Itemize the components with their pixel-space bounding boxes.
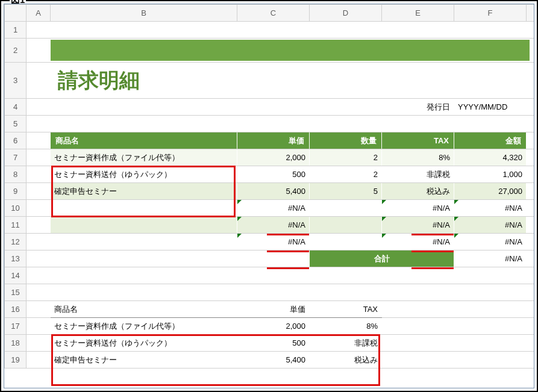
- row-header-9[interactable]: 9: [5, 183, 27, 200]
- lookup-cell-tax[interactable]: 8%: [310, 318, 382, 335]
- row-header-10[interactable]: 10: [5, 200, 27, 217]
- invoice-cell-amt-na[interactable]: #N/A: [454, 217, 527, 234]
- invoice-th-tax: TAX: [382, 132, 454, 149]
- row-header-5[interactable]: 5: [5, 116, 27, 132]
- row-header-6[interactable]: 6: [5, 132, 27, 149]
- invoice-cell-amt-na[interactable]: #N/A: [454, 200, 527, 217]
- lookup-cell-tax[interactable]: 税込み: [310, 352, 382, 369]
- invoice-total-label: 合計: [310, 250, 454, 267]
- lookup-cell-price[interactable]: 2,000: [237, 318, 310, 335]
- invoice-cell-qty[interactable]: 2: [310, 149, 382, 166]
- lookup-cell-name[interactable]: セミナー資料作成（ファイル代等）: [51, 318, 237, 335]
- invoice-cell-price[interactable]: 2,000: [237, 149, 310, 166]
- lookup-cell-price[interactable]: 500: [237, 335, 310, 352]
- spreadsheet-frame: A B C D E F G 1 2: [4, 4, 534, 388]
- invoice-cell-qty[interactable]: 2: [310, 166, 382, 183]
- row-header-12[interactable]: 12: [5, 234, 27, 250]
- select-all-corner[interactable]: [5, 5, 27, 22]
- invoice-cell-price[interactable]: 5,400: [237, 183, 310, 200]
- lookup-cell-name[interactable]: 確定申告セミナー: [51, 352, 237, 369]
- spreadsheet-grid: A B C D E F G 1 2: [4, 4, 534, 369]
- invoice-cell-amt[interactable]: 4,320: [454, 149, 527, 166]
- invoice-cell-price-na[interactable]: #N/A: [237, 200, 310, 217]
- row-header-4[interactable]: 4: [5, 99, 27, 116]
- issue-date-value: YYYY/MM/DD: [454, 99, 527, 116]
- invoice-total-value[interactable]: #N/A: [454, 250, 527, 267]
- invoice-cell-tax[interactable]: 税込み: [382, 183, 454, 200]
- invoice-cell-amt[interactable]: 1,000: [454, 166, 527, 183]
- invoice-th-name: 商品名: [51, 132, 237, 149]
- invoice-cell-name[interactable]: セミナー資料送付（ゆうパック）: [51, 166, 237, 183]
- col-header-F[interactable]: F: [454, 5, 527, 22]
- row-header-11[interactable]: 11: [5, 217, 27, 234]
- page-title: 請求明細: [54, 69, 140, 92]
- col-header-C[interactable]: C: [237, 5, 310, 22]
- invoice-th-amt: 金額: [454, 132, 526, 149]
- invoice-th-price: 単価: [237, 132, 309, 149]
- col-header-A[interactable]: A: [27, 5, 51, 22]
- row-header-17[interactable]: 17: [5, 318, 27, 335]
- lookup-cell-price[interactable]: 5,400: [237, 352, 310, 369]
- lookup-th-price: 単価: [237, 301, 310, 318]
- lookup-th-name: 商品名: [51, 301, 237, 318]
- row-header-19[interactable]: 19: [5, 352, 27, 369]
- row-header-2[interactable]: 2: [5, 39, 27, 63]
- lookup-cell-name[interactable]: セミナー資料送付（ゆうパック）: [51, 335, 237, 352]
- invoice-cell-tax-na[interactable]: #N/A: [382, 234, 454, 250]
- row-header-16[interactable]: 16: [5, 301, 27, 318]
- row-header-13[interactable]: 13: [5, 250, 27, 267]
- invoice-cell-tax[interactable]: 8%: [382, 149, 454, 166]
- col-header-G[interactable]: G: [527, 5, 535, 22]
- row-header-7[interactable]: 7: [5, 149, 27, 166]
- col-header-B[interactable]: B: [51, 5, 237, 22]
- invoice-cell-price[interactable]: 500: [237, 166, 310, 183]
- invoice-th-qty: 数量: [310, 132, 381, 149]
- col-header-E[interactable]: E: [382, 5, 454, 22]
- row-header-15[interactable]: 15: [5, 284, 27, 301]
- invoice-cell-amt[interactable]: 27,000: [454, 183, 527, 200]
- invoice-cell-price-na[interactable]: #N/A: [237, 234, 310, 250]
- lookup-cell-tax[interactable]: 非課税: [310, 335, 382, 352]
- invoice-cell-tax-na[interactable]: #N/A: [382, 200, 454, 217]
- invoice-cell-tax[interactable]: 非課税: [382, 166, 454, 183]
- column-header-row: A B C D E F G: [5, 5, 535, 22]
- invoice-cell-tax-na[interactable]: #N/A: [382, 217, 454, 234]
- row-header-8[interactable]: 8: [5, 166, 27, 183]
- invoice-cell-name[interactable]: 確定申告セミナー: [51, 183, 237, 200]
- issue-date-label: 発行日: [382, 99, 454, 116]
- invoice-cell-amt-na[interactable]: #N/A: [454, 234, 527, 250]
- invoice-cell-qty[interactable]: 5: [310, 183, 382, 200]
- row-header-14[interactable]: 14: [5, 267, 27, 284]
- row-header-18[interactable]: 18: [5, 335, 27, 352]
- invoice-cell-name[interactable]: セミナー資料作成（ファイル代等）: [51, 149, 237, 166]
- invoice-cell-price-na[interactable]: #N/A: [237, 217, 310, 234]
- header-accent-bar: [51, 40, 530, 61]
- col-header-D[interactable]: D: [310, 5, 382, 22]
- row-header-3[interactable]: 3: [5, 63, 27, 99]
- lookup-th-tax: TAX: [310, 301, 382, 318]
- row-header-1[interactable]: 1: [5, 22, 27, 39]
